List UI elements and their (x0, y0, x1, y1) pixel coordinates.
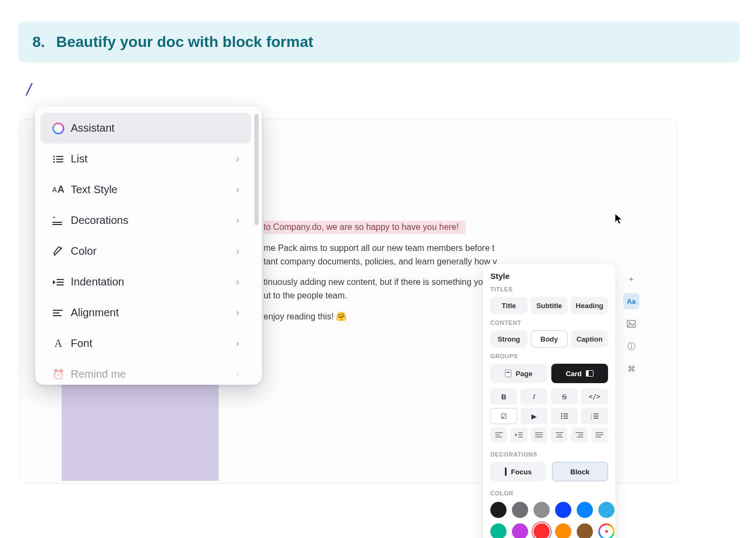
align-justify-button[interactable] (531, 427, 548, 442)
menu-item-color[interactable]: Color› (40, 236, 251, 267)
sidebar-info-button[interactable]: ⓘ (623, 338, 639, 355)
style-heading-button[interactable]: Heading (571, 297, 608, 314)
menu-item-text-style[interactable]: AAText Style› (40, 174, 251, 205)
align-left-button[interactable] (490, 427, 507, 442)
menu-item-font[interactable]: AFont› (40, 328, 251, 359)
play-icon: ▶ (531, 412, 537, 420)
svg-rect-40 (52, 222, 62, 223)
color-swatch[interactable] (577, 523, 593, 538)
sidebar-image-button[interactable] (623, 316, 639, 332)
chevron-right-icon: › (236, 307, 251, 318)
list-icon (53, 155, 64, 164)
svg-point-33 (53, 155, 55, 157)
checklist-button[interactable]: ☑︎ (490, 408, 517, 424)
decoration-focus-button[interactable]: Focus (490, 462, 546, 481)
chevron-right-icon: › (236, 246, 251, 257)
code-button[interactable]: </> (581, 389, 608, 405)
clock-icon: ⏰ (52, 369, 64, 380)
svg-rect-13 (495, 434, 500, 435)
italic-button[interactable]: I (521, 389, 548, 405)
menu-item-label: Remind me (71, 368, 236, 380)
numbered-list-button[interactable]: 1 2 3 (581, 408, 608, 424)
svg-rect-20 (535, 434, 543, 435)
color-label: COLOR (490, 490, 608, 496)
svg-rect-48 (53, 315, 62, 316)
bulleted-list-button[interactable] (551, 408, 578, 424)
svg-rect-28 (596, 432, 603, 433)
color-swatch[interactable] (555, 502, 571, 518)
color-swatch[interactable] (534, 502, 550, 518)
scrollbar-thumb[interactable] (254, 114, 259, 225)
svg-rect-1 (563, 413, 568, 414)
svg-point-4 (561, 418, 563, 419)
svg-rect-23 (557, 434, 562, 435)
group-card-button[interactable]: Card (551, 364, 608, 383)
color-swatch[interactable] (577, 502, 593, 518)
svg-rect-3 (563, 416, 568, 417)
color-swatch[interactable] (512, 502, 528, 518)
color-swatches (490, 502, 608, 538)
color-swatch[interactable] (512, 523, 528, 538)
menu-item-label: Color (71, 245, 236, 257)
doc-highlighted-line: to Company.do, we are so happy to have y… (264, 221, 465, 234)
menu-item-decorations[interactable]: “Decorations› (40, 205, 251, 236)
svg-point-37 (53, 161, 55, 162)
section-number: 8. (32, 33, 56, 51)
color-swatch[interactable] (555, 523, 571, 538)
bold-button[interactable]: B (490, 389, 517, 405)
menu-item-label: Font (71, 337, 236, 350)
numbered-icon: 1 2 3 (591, 413, 598, 419)
sidebar-add-button[interactable]: + (623, 270, 639, 287)
svg-rect-41 (52, 224, 62, 225)
svg-rect-25 (576, 432, 583, 433)
svg-text:3: 3 (591, 417, 592, 419)
color-swatch[interactable] (598, 523, 615, 538)
sidebar-cmd-button[interactable]: ⌘ (623, 361, 639, 377)
menu-item-list[interactable]: List› (40, 144, 251, 174)
svg-rect-29 (596, 434, 603, 435)
svg-rect-24 (556, 437, 563, 438)
menu-item-assistant[interactable]: Assistant (40, 113, 251, 144)
chevron-right-icon: › (236, 276, 251, 288)
text-style-icon: AA (52, 184, 65, 195)
sidebar-style-button[interactable]: Aa (623, 293, 639, 309)
titles-label: TITLES (490, 286, 608, 292)
svg-rect-22 (556, 432, 563, 433)
align-icon (53, 309, 64, 317)
svg-rect-11 (593, 418, 598, 419)
svg-rect-27 (577, 437, 583, 438)
color-swatch[interactable] (598, 502, 615, 518)
align-full-button[interactable] (591, 427, 608, 442)
svg-rect-21 (535, 437, 543, 438)
slash-input-cursor[interactable]: / (26, 80, 31, 100)
strike-button[interactable]: S (551, 389, 578, 405)
svg-rect-7 (593, 413, 598, 414)
menu-item-remind-me[interactable]: ⏰Remind me› (40, 359, 251, 385)
color-swatch[interactable] (490, 523, 507, 538)
color-swatch[interactable] (534, 523, 550, 538)
style-strong-button[interactable]: Strong (490, 330, 528, 348)
svg-rect-12 (495, 432, 503, 433)
svg-rect-38 (56, 161, 63, 162)
menu-item-alignment[interactable]: Alignment› (40, 297, 251, 328)
checkbox-icon: ☑︎ (501, 412, 507, 420)
align-right-button[interactable] (571, 427, 588, 442)
svg-point-35 (53, 158, 55, 160)
content-label: CONTENT (490, 319, 608, 326)
decoration-block-button[interactable]: Block (552, 462, 608, 481)
style-title-button[interactable]: Title (490, 297, 528, 314)
style-caption-button[interactable]: Caption (571, 330, 608, 348)
group-page-button[interactable]: Page (490, 364, 547, 383)
color-swatch[interactable] (490, 502, 507, 518)
indent-increase-button[interactable] (510, 427, 527, 442)
align-center-button[interactable] (551, 427, 568, 442)
menu-item-indentation[interactable]: Indentation› (40, 267, 251, 297)
style-body-button[interactable]: Body (531, 330, 568, 348)
svg-rect-47 (53, 312, 59, 314)
document-block-preview (62, 384, 219, 481)
toggle-list-button[interactable]: ▶ (521, 408, 548, 424)
svg-rect-14 (495, 437, 502, 438)
style-subtitle-button[interactable]: Subtitle (531, 297, 568, 314)
svg-rect-43 (57, 279, 64, 280)
svg-point-2 (561, 416, 563, 417)
